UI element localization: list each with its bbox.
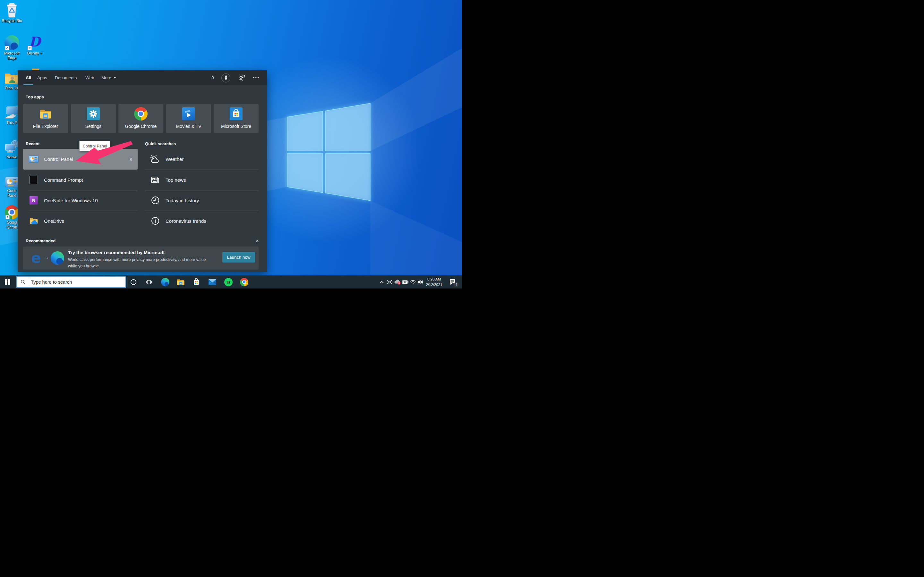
windows-desktop: Recycle Bin MicrosoftEdge D Disney + (0, 0, 462, 288)
recent-item-control-panel[interactable]: Control Panel × (23, 149, 137, 169)
news-icon (150, 175, 160, 185)
rewards-medal-icon[interactable] (221, 73, 230, 82)
feedback-person-icon[interactable] (238, 74, 245, 81)
tray-chevron-up-icon[interactable] (378, 276, 386, 288)
windows-start-icon (5, 279, 10, 285)
tab-web[interactable]: Web (86, 70, 94, 85)
quick-search-coronavirus-trends[interactable]: Coronavirus trends (145, 211, 258, 231)
top-app-file-explorer[interactable]: File Explorer (23, 104, 68, 133)
microsoft-store-icon (230, 104, 242, 124)
quick-search-weather[interactable]: Weather (145, 149, 258, 169)
search-panel-header: All Apps Documents Web More 0 (18, 70, 267, 85)
recent-heading: Recent (26, 141, 39, 146)
top-app-movies-tv[interactable]: Movies & TV (166, 104, 211, 133)
taskbar: 8:20 AM 2/12/2021 4 (0, 276, 462, 288)
windows-logo (287, 103, 370, 201)
recent-item-onedrive[interactable]: OneDrive (23, 211, 137, 231)
mail-icon (208, 279, 216, 285)
desktop-icon-label: This P (6, 121, 17, 125)
top-apps-heading: Top apps (26, 95, 44, 99)
desktop-icon-label: MicrosoftEdge (4, 51, 20, 60)
spotify-icon (224, 278, 233, 286)
recommended-body: World class performance with more privac… (68, 256, 214, 269)
info-icon (150, 216, 160, 226)
tray-onedrive-error-icon[interactable] (394, 276, 401, 288)
svg-text:e: e (31, 250, 41, 266)
file-explorer-icon (39, 104, 52, 124)
movies-tv-icon (182, 104, 195, 124)
start-button[interactable] (1, 276, 14, 288)
top-app-settings[interactable]: Settings (71, 104, 116, 133)
tab-all[interactable]: All (26, 70, 31, 85)
quick-search-top-news[interactable]: Top news (145, 169, 258, 190)
top-app-microsoft-store[interactable]: Microsoft Store (214, 104, 258, 133)
tray-volume-icon[interactable] (417, 276, 425, 288)
recent-item-command-prompt[interactable]: Command Prompt (23, 169, 137, 190)
tray-wifi-icon[interactable] (409, 276, 417, 288)
file-explorer-icon (176, 278, 185, 286)
weather-icon (150, 154, 160, 164)
taskbar-store-button[interactable] (190, 276, 203, 288)
onenote-icon: N (29, 196, 39, 205)
taskbar-mail-button[interactable] (206, 276, 219, 288)
tab-documents[interactable]: Documents (55, 70, 77, 85)
taskbar-clock[interactable]: 8:20 AM 2/12/2021 (424, 276, 444, 288)
control-panel-icon (5, 177, 19, 187)
quick-searches-heading: Quick searches (145, 141, 176, 146)
recycle-bin-icon (6, 3, 18, 18)
taskbar-spotify-button[interactable] (222, 276, 235, 288)
edge-icon (161, 278, 170, 286)
taskbar-chrome-button[interactable] (238, 276, 250, 288)
transition-arrow-icon: → (44, 254, 49, 261)
control-panel-tooltip: Control Panel (79, 141, 110, 151)
shortcut-arrow-icon (27, 46, 32, 50)
remove-recent-icon[interactable]: × (129, 156, 132, 162)
chrome-icon (240, 278, 248, 286)
desktop-icon-recycle-bin[interactable]: Recycle Bin (0, 2, 25, 23)
taskbar-file-explorer-button[interactable] (174, 276, 187, 288)
this-pc-icon (4, 105, 19, 119)
clock-date: 2/12/2021 (424, 282, 444, 287)
desktop-icon-disney-plus[interactable]: D Disney + (21, 34, 48, 56)
user-folder-icon (4, 71, 19, 85)
cortana-icon (130, 279, 137, 285)
desktop-icon-label: Netwo (6, 155, 17, 160)
clock-history-icon (150, 195, 160, 205)
old-edge-icon: e (29, 251, 43, 265)
control-panel-icon (29, 155, 39, 163)
recommended-title: Try the browser recommended by Microsoft (68, 250, 165, 255)
action-center-button[interactable]: 4 (446, 276, 459, 288)
search-input[interactable] (29, 279, 126, 285)
chrome-icon (134, 104, 148, 124)
recommended-card: e → Try the browser recommended by Micro… (23, 247, 258, 269)
notification-badge: 4 (454, 282, 459, 287)
tab-apps[interactable]: Apps (37, 70, 47, 85)
taskbar-search-box[interactable] (16, 276, 126, 288)
command-prompt-icon (29, 176, 39, 184)
tray-meet-now-icon[interactable] (386, 276, 393, 288)
quick-search-today-in-history[interactable]: Today in history (145, 190, 258, 211)
top-app-google-chrome[interactable]: Google Chrome (118, 104, 163, 133)
tab-more[interactable]: More (102, 70, 116, 85)
taskbar-edge-button[interactable] (159, 276, 172, 288)
tray-battery-icon[interactable] (401, 276, 409, 288)
active-tab-underline (23, 84, 33, 85)
shortcut-arrow-icon (5, 46, 9, 50)
chevron-down-icon (113, 77, 116, 79)
search-icon (21, 279, 25, 285)
shortcut-arrow-icon (5, 215, 10, 219)
desktop-icon-label: ContrPane (7, 189, 16, 198)
task-view-button[interactable] (142, 276, 155, 288)
clock-time: 8:20 AM (424, 277, 444, 282)
desktop-icon-label: GooglChron (7, 220, 17, 229)
microsoft-store-icon (192, 278, 200, 286)
launch-now-button[interactable]: Launch now (222, 252, 255, 263)
more-options-icon[interactable]: ••• (253, 76, 260, 80)
network-icon (4, 140, 19, 154)
recent-item-onenote[interactable]: N OneNote for Windows 10 (23, 190, 137, 211)
task-view-icon (145, 279, 152, 285)
desktop-icon-label: Tech Jur (5, 86, 19, 91)
cortana-button[interactable] (127, 276, 140, 288)
close-recommended-icon[interactable]: × (256, 238, 259, 243)
rewards-points: 0 (212, 75, 214, 80)
